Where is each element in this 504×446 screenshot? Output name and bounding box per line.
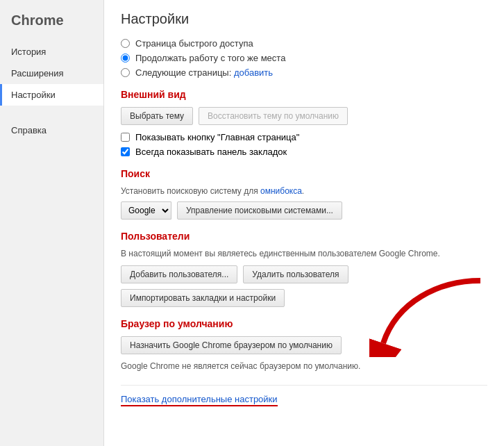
import-bookmarks-button[interactable]: Импортировать закладки и настройки xyxy=(121,289,285,307)
show-home-button-checkbox[interactable] xyxy=(121,133,130,142)
omnibox-link[interactable]: омнибокса xyxy=(260,186,302,196)
main-content: Настройки Страница быстрого доступа Прод… xyxy=(104,0,504,446)
show-more-text: Показать дополнительные настройки xyxy=(121,394,278,406)
default-browser-header: Браузер по умолчанию xyxy=(121,318,487,329)
startup-option-continue[interactable]: Продолжать работу с того же места xyxy=(121,53,487,63)
bookmarks-bar-checkbox[interactable] xyxy=(121,147,130,156)
users-button-row: Добавить пользователя... Удалить пользов… xyxy=(121,265,487,307)
page-title: Настройки xyxy=(121,11,487,27)
startup-label-new-tab: Страница быстрого доступа xyxy=(135,38,253,49)
startup-option-new-tab[interactable]: Страница быстрого доступа xyxy=(121,38,487,49)
choose-theme-button[interactable]: Выбрать тему xyxy=(121,107,193,125)
show-more-link[interactable]: Показать дополнительные настройки xyxy=(121,394,278,404)
search-engine-select-wrap: Google xyxy=(121,201,171,220)
startup-radio-new-tab[interactable] xyxy=(121,39,130,48)
sidebar-item-history[interactable]: История xyxy=(0,41,103,63)
sidebar: Chrome История Расширения Настройки Спра… xyxy=(0,0,104,446)
default-browser-section: Назначить Google Chrome браузером по умо… xyxy=(121,336,487,371)
restore-theme-button[interactable]: Восстановить тему по умолчанию xyxy=(199,107,348,125)
bookmarks-bar-row: Всегда показывать панель закладок xyxy=(121,147,487,157)
bookmarks-bar-label: Всегда показывать панель закладок xyxy=(135,147,287,157)
default-browser-text: Google Chrome не является сейчас браузер… xyxy=(121,361,487,371)
appearance-button-row: Выбрать тему Восстановить тему по умолча… xyxy=(121,107,487,125)
appearance-header: Внешний вид xyxy=(121,89,487,100)
startup-option-pages[interactable]: Следующие страницы: добавить xyxy=(121,67,487,78)
search-engine-select[interactable]: Google xyxy=(121,201,171,220)
set-default-browser-button[interactable]: Назначить Google Chrome браузером по умо… xyxy=(121,336,342,354)
default-browser-button-row: Назначить Google Chrome браузером по умо… xyxy=(121,336,487,354)
search-header: Поиск xyxy=(121,168,487,179)
startup-radio-pages[interactable] xyxy=(121,68,130,77)
sidebar-divider xyxy=(0,106,103,119)
search-description: Установить поисковую систему для омнибок… xyxy=(121,186,487,196)
app-logo: Chrome xyxy=(0,7,103,41)
show-more-container: Показать дополнительные настройки xyxy=(121,385,487,406)
content-wrapper: Настройки Страница быстрого доступа Прод… xyxy=(121,11,487,406)
add-user-button[interactable]: Добавить пользователя... xyxy=(121,265,237,283)
sidebar-item-help[interactable]: Справка xyxy=(0,119,103,141)
startup-section: Страница быстрого доступа Продолжать раб… xyxy=(121,38,487,78)
sidebar-item-extensions[interactable]: Расширения xyxy=(0,63,103,84)
startup-label-continue: Продолжать работу с того же места xyxy=(135,53,285,63)
show-home-button-row: Показывать кнопку "Главная страница" xyxy=(121,132,487,142)
startup-label-pages: Следующие страницы: добавить xyxy=(135,67,273,78)
search-engine-row: Google Управление поисковыми системами..… xyxy=(121,201,487,220)
sidebar-item-settings[interactable]: Настройки xyxy=(0,84,103,106)
startup-add-link[interactable]: добавить xyxy=(234,67,273,78)
manage-search-engines-button[interactable]: Управление поисковыми системами... xyxy=(177,201,342,220)
users-info-text: В настоящий момент вы являетесь единстве… xyxy=(121,249,487,258)
startup-radio-continue[interactable] xyxy=(121,53,130,63)
users-header: Пользователи xyxy=(121,231,487,242)
show-home-button-label: Показывать кнопку "Главная страница" xyxy=(135,132,299,142)
delete-user-button[interactable]: Удалить пользователя xyxy=(243,265,348,283)
